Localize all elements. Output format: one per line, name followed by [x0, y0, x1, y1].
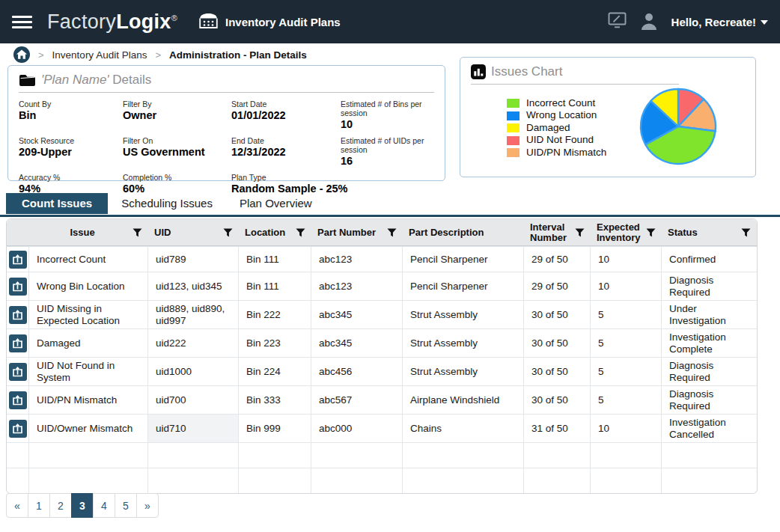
field-stock-resource: Stock Resource209-Upper — [19, 136, 123, 167]
pagination-page-4[interactable]: 4 — [93, 493, 115, 518]
open-issue-button[interactable] — [9, 251, 27, 269]
empty-cell — [148, 468, 239, 493]
menu-icon[interactable] — [12, 13, 32, 31]
open-issue-button[interactable] — [9, 363, 27, 381]
table-header: IssueUIDLocationPart NumberPart Descript… — [7, 219, 757, 246]
cell-part-number: abc345 — [311, 328, 403, 357]
legend-swatch — [507, 111, 520, 120]
field-label: Completion % — [123, 173, 231, 182]
column-label: Issue — [35, 227, 130, 238]
cell-issue: UID/Owner Mismatch — [29, 414, 148, 442]
cell-issue: Incorrect Count — [29, 246, 148, 272]
cell-location: Bin 223 — [239, 328, 311, 357]
cell-uid: uid889, uid890, uid997 — [148, 300, 239, 328]
issues-chart-heading: Issues Chart — [491, 64, 562, 79]
breadcrumb-inventory-audit-plans[interactable]: Inventory Audit Plans — [52, 49, 147, 61]
cell-location: Bin 111 — [239, 246, 311, 272]
filter-icon[interactable] — [132, 228, 142, 237]
field-label: Estimated # of UIDs per session — [341, 136, 434, 154]
pagination-page-5[interactable]: 5 — [115, 493, 137, 518]
plan-name-placeholder: 'Plan Name' — [41, 73, 109, 87]
filter-icon[interactable] — [575, 228, 585, 237]
app-header: FactoryLogix® Inventory Audit Plans — [0, 0, 780, 43]
empty-cell — [311, 442, 403, 468]
user-avatar-icon[interactable] — [639, 10, 659, 34]
legend-swatch — [507, 123, 520, 132]
pagination-page-1[interactable]: 1 — [28, 493, 50, 518]
cell-part-number: abc345 — [311, 300, 403, 328]
filter-icon[interactable] — [296, 228, 305, 237]
empty-table-row — [7, 468, 757, 493]
column-header-part-description: Part Description — [403, 219, 524, 246]
field-end-date: End Date12/31/2022 — [231, 136, 341, 167]
pagination-page-2[interactable]: 2 — [49, 493, 72, 518]
row-action-cell — [7, 272, 29, 300]
empty-table-row — [7, 442, 757, 468]
cell-part-description: Chains — [403, 414, 524, 442]
home-icon[interactable] — [13, 46, 30, 63]
bar-chart-icon — [471, 64, 486, 79]
cell-location: Bin 999 — [239, 414, 311, 442]
tabs: Count IssuesScheduling IssuesPlan Overvi… — [6, 193, 326, 214]
legend-item-uid-not-found: UID Not Found — [507, 134, 606, 147]
cell-part-number: abc123 — [311, 272, 403, 300]
empty-cell — [524, 442, 591, 468]
open-issue-button[interactable] — [9, 306, 27, 324]
breadcrumb-separator: > — [155, 49, 161, 61]
pagination-page-3[interactable]: 3 — [71, 493, 94, 518]
table-row: Incorrect Countuid789Bin 111abc123Pencil… — [7, 246, 757, 272]
remote-monitor-icon[interactable] — [608, 12, 627, 31]
cell-expected-inventory: 10 — [591, 246, 662, 272]
count-issues-table: IssueUIDLocationPart NumberPart Descript… — [6, 218, 758, 494]
row-action-cell — [7, 414, 29, 442]
cell-uid: uid710 — [148, 414, 239, 442]
empty-cell — [29, 468, 148, 493]
cell-expected-inventory: 5 — [591, 385, 662, 414]
legend-item-damaged: Damaged — [507, 122, 606, 135]
column-header-location: Location — [239, 219, 311, 246]
tab-scheduling-issues[interactable]: Scheduling Issues — [108, 193, 226, 214]
row-action-cell — [7, 328, 29, 357]
field-value: 16 — [341, 155, 434, 167]
cell-part-number: abc000 — [311, 414, 403, 442]
tab-plan-overview[interactable]: Plan Overview — [226, 193, 326, 214]
open-issue-button[interactable] — [9, 391, 27, 409]
user-menu[interactable]: Hello, Recreate! — [671, 16, 768, 28]
app-logo: FactoryLogix® — [47, 10, 177, 34]
legend-item-incorrect-count: Incorrect Count — [507, 97, 606, 110]
pie-legend: Incorrect CountWrong LocationDamagedUID … — [507, 97, 606, 159]
cell-location: Bin 224 — [239, 357, 311, 385]
cell-status: Diagnosis Required — [662, 272, 757, 300]
open-issue-button[interactable] — [9, 278, 27, 296]
pagination-next-button[interactable]: » — [136, 493, 159, 518]
cell-part-description: Strut Assembly — [403, 328, 524, 357]
issues-chart-panel: Issues Chart Incorrect CountWrong Locati… — [460, 57, 756, 177]
field-value: Bin — [19, 109, 123, 121]
open-issue-button[interactable] — [9, 334, 27, 352]
cell-status: Confirmed — [662, 246, 757, 272]
field-value: 12/31/2022 — [231, 146, 341, 158]
cell-interval-number: 30 of 50 — [524, 357, 591, 385]
empty-cell — [662, 468, 757, 493]
pagination-prev-button[interactable]: « — [6, 493, 28, 518]
column-header-uid: UID — [148, 219, 239, 246]
filter-icon[interactable] — [387, 228, 397, 237]
breadcrumb-separator: > — [38, 49, 44, 61]
cell-uid: uid1000 — [148, 357, 239, 385]
filter-icon[interactable] — [223, 228, 233, 237]
cell-part-description: Strut Assembly — [403, 357, 524, 385]
table-row: UID/PN Mismatchuid700Bin 333abc567Airpla… — [7, 385, 757, 414]
open-issue-button[interactable] — [9, 420, 27, 438]
tab-count-issues[interactable]: Count Issues — [6, 193, 108, 214]
tab-underline — [0, 215, 780, 217]
cell-issue: Damaged — [29, 328, 148, 357]
filter-icon[interactable] — [646, 228, 656, 237]
field-label: Filter On — [123, 136, 231, 145]
empty-cell — [662, 442, 757, 468]
pagination: «12345» — [6, 493, 159, 518]
field-filter-on: Filter OnUS Government — [123, 136, 231, 167]
filter-icon[interactable] — [741, 228, 751, 237]
cell-interval-number: 30 of 50 — [524, 385, 591, 414]
column-header-status: Status — [662, 219, 757, 246]
table-row: UID Missing in Expected Locationuid889, … — [7, 300, 757, 328]
